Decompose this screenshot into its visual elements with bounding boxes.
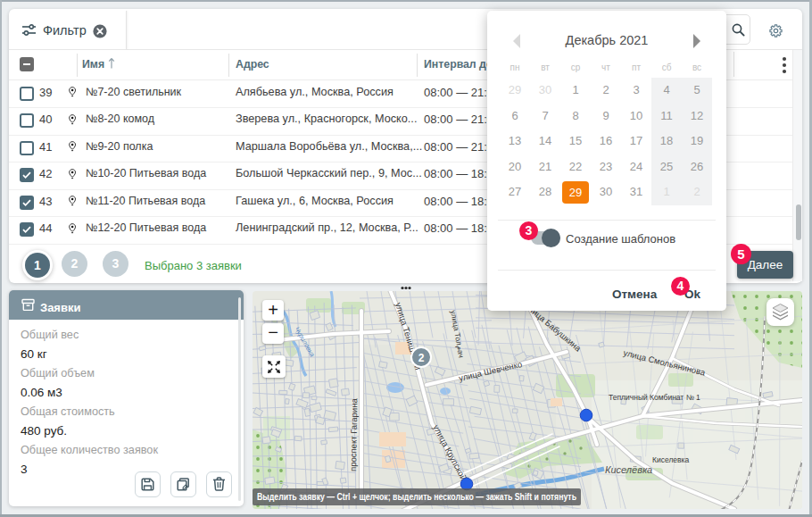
svg-text:Киселёвка: Киселёвка: [605, 464, 652, 475]
svg-text:Киселевка: Киселевка: [652, 455, 690, 464]
svg-text:Выделить заявку — Ctrl + щелчо: Выделить заявку — Ctrl + щелчок; выделит…: [257, 491, 576, 502]
svg-text:Тепличный Комбинат № 1: Тепличный Комбинат № 1: [609, 393, 700, 402]
svg-text:проспект Гагарина: проспект Гагарина: [348, 397, 359, 471]
svg-text:2: 2: [418, 352, 425, 364]
